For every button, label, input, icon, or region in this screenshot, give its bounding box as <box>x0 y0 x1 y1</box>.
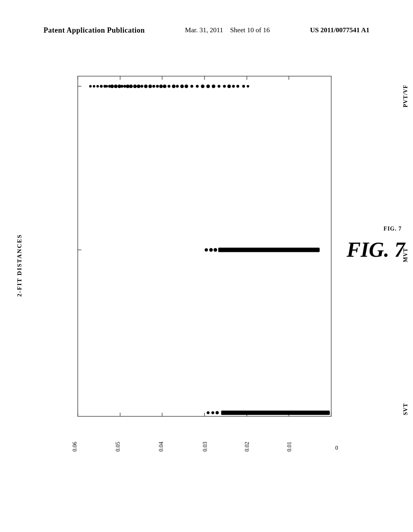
svg-point-39 <box>167 85 170 88</box>
svg-point-50 <box>223 85 226 88</box>
svg-point-37 <box>159 85 163 88</box>
svg-rect-63 <box>221 411 330 415</box>
svg-point-33 <box>144 85 148 88</box>
svt-label: SVT <box>403 403 409 415</box>
x-label-005: 0.05 <box>115 442 121 452</box>
x-label-001: 0.01 <box>286 442 293 452</box>
svg-point-47 <box>206 85 210 88</box>
svg-point-21 <box>105 85 108 87</box>
x-label-004: 0.04 <box>158 442 165 452</box>
svg-point-51 <box>227 85 231 88</box>
svg-point-43 <box>185 85 188 88</box>
svg-point-57 <box>209 248 213 252</box>
svg-point-35 <box>152 85 155 88</box>
svg-rect-59 <box>218 248 319 252</box>
x-label-0: 0 <box>335 445 338 451</box>
figure-number-small: FIG. 7 <box>384 226 402 232</box>
svg-point-23 <box>111 85 114 88</box>
svg-point-24 <box>114 85 118 88</box>
svg-point-29 <box>129 85 133 88</box>
x-label-003: 0.03 <box>202 442 209 452</box>
publication-date-sheet: Mar. 31, 2011 Sheet 10 of 16 <box>185 26 270 34</box>
svg-point-31 <box>137 85 140 88</box>
svg-point-56 <box>204 248 208 251</box>
patent-number: US 2011/0077541 A1 <box>310 26 369 34</box>
svg-point-36 <box>156 85 159 88</box>
svg-point-60 <box>206 411 209 414</box>
svg-point-62 <box>215 411 219 414</box>
svg-rect-0 <box>78 76 332 416</box>
svg-point-27 <box>123 85 126 88</box>
svg-point-61 <box>211 411 214 414</box>
svg-point-49 <box>217 85 220 88</box>
svg-point-53 <box>236 85 239 88</box>
chart-svg <box>68 73 348 427</box>
figure-label: FIG. 7 <box>384 226 402 232</box>
svg-point-52 <box>232 85 235 88</box>
publication-title: Patent Application Publication <box>44 26 145 35</box>
svg-point-55 <box>247 85 249 87</box>
svg-point-30 <box>133 85 137 88</box>
sheet-info: Sheet 10 of 16 <box>230 26 270 34</box>
svg-point-40 <box>172 85 175 88</box>
svg-point-38 <box>163 85 167 88</box>
svg-point-18 <box>96 85 99 87</box>
svg-point-46 <box>201 85 204 88</box>
fig-label-large: FIG. 7 <box>347 238 405 262</box>
svg-point-17 <box>93 85 95 87</box>
publication-date: Mar. 31, 2011 <box>185 26 223 34</box>
x-label-002: 0.02 <box>244 442 250 452</box>
svg-point-34 <box>148 85 152 88</box>
svg-point-48 <box>212 85 215 88</box>
svg-point-54 <box>242 85 245 88</box>
svg-point-26 <box>121 85 123 88</box>
svg-point-45 <box>196 85 198 88</box>
svg-point-19 <box>100 85 103 88</box>
x-label-006: 0.06 <box>72 442 78 452</box>
svg-point-16 <box>89 85 92 87</box>
pvt-vf-label: PVT/VF <box>403 85 409 108</box>
page-header: Patent Application Publication Mar. 31, … <box>0 26 413 35</box>
svg-point-32 <box>140 85 143 88</box>
svg-point-41 <box>176 85 179 88</box>
svg-point-42 <box>180 85 184 88</box>
y-axis-label: 2-FIT DISTANCES <box>16 234 23 297</box>
svg-point-28 <box>126 85 129 88</box>
x-axis-labels: 0.06 0.05 0.04 0.03 0.02 0.01 0 <box>68 427 348 451</box>
chart-container: 2-FIT DISTANCES <box>44 73 381 451</box>
svg-point-58 <box>213 248 217 252</box>
svg-point-44 <box>190 85 193 88</box>
